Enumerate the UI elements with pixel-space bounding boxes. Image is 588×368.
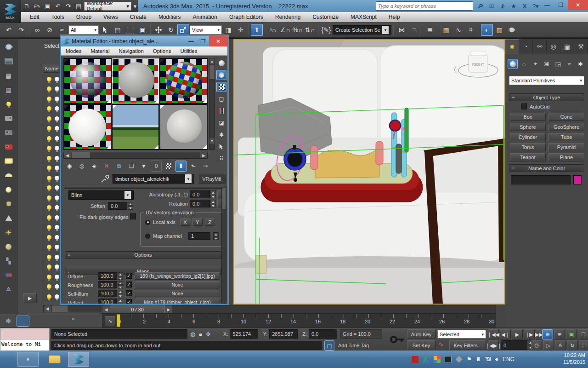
map-enable-checkbox[interactable]: ✓	[126, 299, 132, 304]
scroll-thumb[interactable]	[222, 188, 226, 209]
key-mode-toggle-icon[interactable]: ❘◀▶❘	[488, 340, 499, 351]
snap-toggle-3d-icon[interactable]: 3∩	[267, 24, 279, 36]
menu-item[interactable]: Create	[124, 14, 153, 20]
percent-snap-icon[interactable]: %∩	[292, 24, 304, 36]
reference-coordinate-dropdown[interactable]: View▾	[190, 25, 222, 34]
scroll-thumb[interactable]	[209, 65, 215, 79]
me-menu-item[interactable]: Material	[86, 48, 114, 54]
use-pivot-center-icon[interactable]: ◨	[222, 24, 234, 36]
current-frame-field[interactable]: 0	[501, 340, 527, 350]
bind-spacewarp-icon[interactable]: ≈	[56, 24, 68, 36]
key-mode-dropdown[interactable]: Selected▾	[437, 330, 486, 339]
close-button[interactable]: ✕	[568, 0, 588, 10]
camera-align-icon[interactable]: ⟁︎	[3, 284, 15, 294]
default-tangents-icon[interactable]: ∿︎	[438, 340, 447, 350]
map-amount-field[interactable]: 100.0	[98, 290, 117, 297]
category-shapes-icon[interactable]: ◌	[519, 59, 529, 69]
params-vscrollbar[interactable]	[221, 187, 226, 304]
video-color-check-icon[interactable]	[216, 106, 226, 116]
tray-app-icon[interactable]	[434, 356, 441, 363]
scroll-thumb[interactable]	[52, 305, 68, 312]
tray-display-icon[interactable]	[445, 356, 452, 363]
time-cursor[interactable]	[117, 314, 120, 327]
sample-slot-speckle[interactable]	[64, 104, 111, 150]
reset-material-icon[interactable]: ✕	[101, 161, 112, 172]
material-editor-window[interactable]: Material Editor - timber object_ale... —…	[60, 34, 229, 305]
primitive-button[interactable]: Sphere	[510, 123, 546, 131]
undo-icon[interactable]: ↶	[53, 1, 63, 11]
map-amount-field[interactable]: 100.0	[98, 272, 117, 280]
tray-power-icon[interactable]: 🔋︎	[475, 356, 481, 362]
spinner-snap-icon[interactable]: ⇅∩	[304, 24, 316, 36]
listener-text[interactable]: Welcome to Mi	[0, 339, 49, 351]
map-amount-spinner[interactable]	[118, 299, 123, 304]
scroll-up-icon[interactable]: ▲	[209, 58, 215, 64]
molecule-icon[interactable]	[3, 270, 15, 280]
make-unique-icon[interactable]: ⧉︎	[113, 161, 124, 172]
taskbar-3dsmax-button[interactable]	[68, 352, 89, 367]
keyboard-shortcut-override-icon[interactable]: ⬆︎	[251, 24, 263, 36]
map-slot-button[interactable]: Map #179 (timber_object_r.jpg)	[135, 299, 220, 304]
timeline-ruler[interactable]: 024681012141618202224262830	[119, 314, 493, 328]
tab-modify[interactable]: ◔	[519, 39, 533, 54]
dominoes-icon[interactable]: ▚	[3, 256, 15, 266]
new-file-icon[interactable]: 🗋	[22, 1, 32, 11]
cone-icon[interactable]	[3, 213, 15, 223]
menu-item[interactable]: Customize	[306, 14, 345, 20]
auto-key-button[interactable]: Auto Key	[407, 329, 435, 339]
tray-autodesk-icon[interactable]	[423, 356, 430, 363]
vray-plane-light-icon[interactable]	[3, 156, 15, 166]
z-coordinate-field[interactable]: 0.0	[309, 329, 337, 339]
map-enable-checkbox[interactable]: ✓	[126, 290, 132, 296]
sign-in-icon[interactable]: ⚿︎	[486, 1, 497, 11]
tray-language[interactable]: ENG	[503, 356, 514, 362]
max-logo-button[interactable]: MAX	[0, 0, 21, 23]
redo-scene-icon[interactable]: ↷	[15, 24, 27, 36]
menu-item[interactable]: MAXScript	[345, 14, 383, 20]
brdf-shader-dropdown[interactable]: Blinn▾	[68, 190, 134, 200]
sample-type-icon[interactable]	[216, 58, 226, 68]
soften-field[interactable]: 0.0	[108, 202, 127, 210]
set-key-button[interactable]: Set Key	[407, 340, 435, 350]
category-cameras-icon[interactable]: ⌘︎	[542, 59, 552, 69]
named-selection-dropdown[interactable]: Create Selection Se▾	[333, 25, 391, 34]
map-channel-spinner[interactable]	[213, 232, 219, 240]
menu-item[interactable]: Tools	[45, 14, 70, 20]
previous-frame-icon[interactable]: ◀❘	[500, 329, 511, 339]
map-channel-radio[interactable]	[145, 234, 150, 239]
object-type-rollout[interactable]: −Object Type	[509, 93, 584, 101]
primitive-button[interactable]: Cylinder	[510, 133, 546, 141]
map-channel-field[interactable]: 1	[188, 232, 210, 240]
zoom-extents-all-icon[interactable]: ❐	[578, 329, 588, 339]
viewcube-label[interactable]: RIGHT	[472, 62, 484, 67]
scroll-down-icon[interactable]: ▼	[209, 138, 215, 144]
help-icon[interactable]: ?▾	[530, 1, 541, 11]
material-copy-icon[interactable]: ❏︎	[126, 161, 137, 172]
explorer-play-button[interactable]: ▶	[23, 293, 37, 303]
isolate-selection-icon[interactable]: ◍	[190, 331, 195, 338]
tray-volume-icon[interactable]: 🔊︎	[495, 356, 498, 362]
orbit-icon[interactable]: ↻	[567, 340, 578, 351]
primitive-button[interactable]: Plane	[548, 153, 584, 161]
taskbar-ie-button[interactable]: e	[17, 352, 39, 367]
tab-display[interactable]: ▣	[560, 39, 574, 54]
map-slot-button[interactable]: 189 (fs_wenge_worktop_lg2[1].jpg)	[135, 272, 220, 280]
zoom-icon[interactable]: ⊕︎	[542, 329, 553, 339]
go-to-parent-icon[interactable]: ⬑︎	[188, 161, 199, 172]
zoom-extents-icon[interactable]: ▣	[566, 329, 577, 339]
sample-slot-landscape[interactable]	[112, 104, 159, 150]
map-slot-button[interactable]: None	[135, 290, 220, 297]
frame-back-icon[interactable]: ◀	[102, 305, 110, 313]
primitive-button[interactable]: Cone	[548, 113, 584, 121]
minimize-button[interactable]: —	[540, 0, 554, 10]
show-map-in-viewport-icon[interactable]	[163, 161, 174, 172]
name-color-rollout[interactable]: −Name and Color	[509, 164, 584, 172]
fix-dark-checkbox[interactable]	[130, 213, 136, 219]
save-icon[interactable]: ▣	[43, 1, 52, 11]
map-amount-spinner[interactable]	[118, 290, 123, 297]
map-amount-field[interactable]: 100.0	[98, 281, 117, 288]
tab-motion[interactable]: ◎	[547, 39, 560, 54]
me-menu-item[interactable]: Modes	[61, 48, 86, 54]
category-systems-icon[interactable]: ✱︎	[576, 59, 586, 69]
transform-typein-mode-icon[interactable]: ✥︎	[206, 331, 211, 338]
